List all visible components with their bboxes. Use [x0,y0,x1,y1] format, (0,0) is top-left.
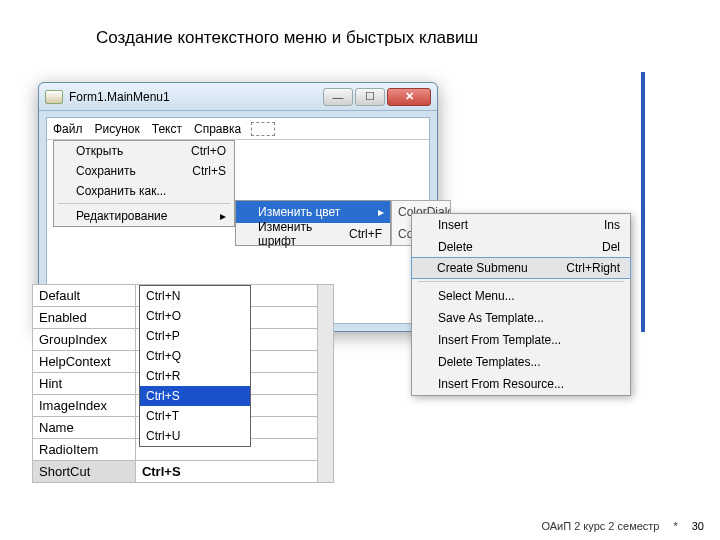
shortcut-option[interactable]: Ctrl+R [140,366,250,386]
edit-submenu: Изменить цвет Изменить шрифт Ctrl+F [235,200,391,246]
menu-item-shortcut: Ins [604,218,620,232]
menu-item-label: Insert [438,218,468,232]
footer-mark: * [673,520,677,532]
menu-item-saveas[interactable]: Сохранить как... [54,181,234,201]
ctx-insert-template[interactable]: Insert From Template... [412,329,630,351]
shortcut-option[interactable]: Ctrl+T [140,406,250,426]
menubar-item-text[interactable]: Текст [146,120,188,138]
decorative-strip [641,72,645,332]
file-dropdown: Открыть Ctrl+O Сохранить Ctrl+S Сохранит… [53,140,235,227]
shortcut-option-selected[interactable]: Ctrl+S [140,386,250,406]
menubar-item-file[interactable]: Файл [47,120,89,138]
menu-item-label: Select Menu... [438,289,515,303]
footer-course: ОАиП 2 курс 2 семестр [541,520,659,532]
shortcut-option[interactable]: Ctrl+O [140,306,250,326]
chevron-right-icon: ▸ [220,209,226,223]
menubar[interactable]: Файл Рисунок Текст Справка [47,118,429,140]
menubar-placeholder[interactable] [251,122,275,136]
menu-item-save[interactable]: Сохранить Ctrl+S [54,161,234,181]
menu-item-shortcut: Ctrl+F [349,227,382,241]
prop-row-shortcut: ShortCutCtrl+S [33,461,334,483]
menu-separator [418,281,624,282]
menubar-item-help[interactable]: Справка [188,120,247,138]
scrollbar[interactable] [318,285,334,483]
menu-separator [58,203,230,204]
menu-item-label: Save As Template... [438,311,544,325]
ctx-save-template[interactable]: Save As Template... [412,307,630,329]
slide-title: Создание контекстного меню и быстрых кла… [96,28,478,48]
ctx-create-submenu[interactable]: Create Submenu Ctrl+Right [411,257,631,279]
menubar-item-picture[interactable]: Рисунок [89,120,146,138]
menu-item-label: Сохранить [76,164,136,178]
menu-item-label: Редактирование [76,209,167,223]
window-title: Form1.MainMenu1 [69,90,323,104]
maximize-button[interactable]: ☐ [355,88,385,106]
menu-item-label: Delete [438,240,473,254]
ctx-insert-resource[interactable]: Insert From Resource... [412,373,630,395]
menu-item-edit[interactable]: Редактирование ▸ [54,206,234,226]
menu-item-shortcut: Ctrl+S [192,164,226,178]
ctx-select-menu[interactable]: Select Menu... [412,285,630,307]
ctx-delete-templates[interactable]: Delete Templates... [412,351,630,373]
menu-item-label: Delete Templates... [438,355,541,369]
context-menu: Insert Ins Delete Del Create Submenu Ctr… [411,213,631,396]
titlebar[interactable]: Form1.MainMenu1 — ☐ ✕ [39,83,437,111]
shortcut-option[interactable]: Ctrl+P [140,326,250,346]
slide-footer: ОАиП 2 курс 2 семестр * 30 [541,520,704,532]
ctx-insert[interactable]: Insert Ins [412,214,630,236]
close-button[interactable]: ✕ [387,88,431,106]
menu-item-label: Открыть [76,144,123,158]
minimize-button[interactable]: — [323,88,353,106]
menu-item-label: Сохранить как... [76,184,166,198]
menu-item-shortcut: Del [602,240,620,254]
shortcut-dropdown[interactable]: Ctrl+N Ctrl+O Ctrl+P Ctrl+Q Ctrl+R Ctrl+… [139,285,251,447]
menu-item-shortcut: Ctrl+O [191,144,226,158]
menu-item-label: Insert From Template... [438,333,561,347]
menu-item-open[interactable]: Открыть Ctrl+O [54,141,234,161]
shortcut-option[interactable]: Ctrl+Q [140,346,250,366]
menu-item-label: Изменить цвет [258,205,340,219]
menu-item-label: Create Submenu [437,261,528,275]
ctx-delete[interactable]: Delete Del [412,236,630,258]
page-number: 30 [692,520,704,532]
submenu-item-font[interactable]: Изменить шрифт Ctrl+F [236,223,390,245]
menu-item-label: Изменить шрифт [258,220,349,248]
menu-item-label: Insert From Resource... [438,377,564,391]
menu-item-shortcut: Ctrl+Right [566,261,620,275]
shortcut-option[interactable]: Ctrl+N [140,286,250,306]
shortcut-option[interactable]: Ctrl+U [140,426,250,446]
app-icon [45,90,63,104]
